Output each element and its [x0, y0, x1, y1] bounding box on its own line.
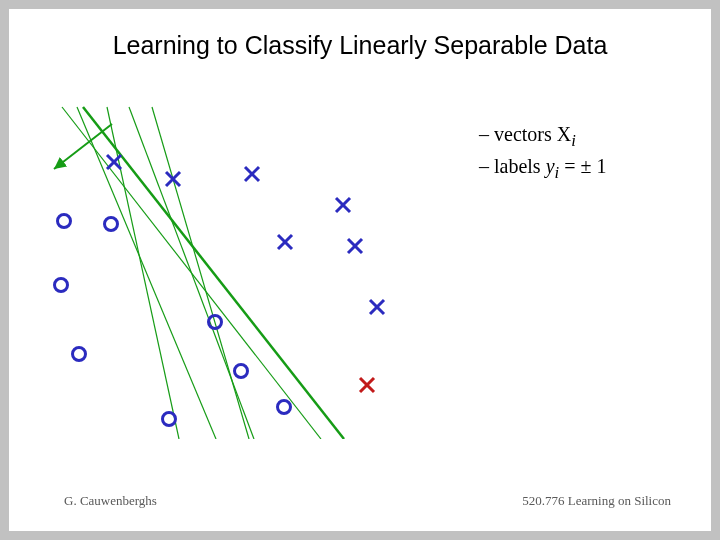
bullet-labels: – labels yi = ± 1 [479, 153, 606, 185]
separating-line [83, 107, 344, 439]
data-point-circle [58, 215, 71, 228]
slide: Learning to Classify Linearly Separable … [9, 9, 711, 531]
data-point-cross [245, 167, 259, 181]
data-point-cross [336, 198, 350, 212]
data-point-circle [235, 365, 248, 378]
footer-course: 520.776 Learning on Silicon [522, 493, 671, 509]
bullet-vectors: – vectors Xi [479, 121, 606, 153]
data-point-cross [166, 172, 180, 186]
data-point-circle [105, 218, 118, 231]
data-point-cross [360, 378, 374, 392]
data-point-circle [73, 348, 86, 361]
slide-title: Learning to Classify Linearly Separable … [9, 31, 711, 60]
data-point-circle [55, 279, 68, 292]
scatter-plot [34, 89, 464, 439]
normal-arrow [54, 124, 112, 169]
data-point-cross [370, 300, 384, 314]
separating-line [77, 107, 216, 439]
separating-line [152, 107, 249, 439]
legend-bullets: – vectors Xi – labels yi = ± 1 [479, 121, 606, 184]
data-point-cross [348, 239, 362, 253]
data-point-circle [163, 413, 176, 426]
data-point-circle [278, 401, 291, 414]
data-point-cross [278, 235, 292, 249]
footer-author: G. Cauwenberghs [64, 493, 157, 509]
separating-line [129, 107, 254, 439]
